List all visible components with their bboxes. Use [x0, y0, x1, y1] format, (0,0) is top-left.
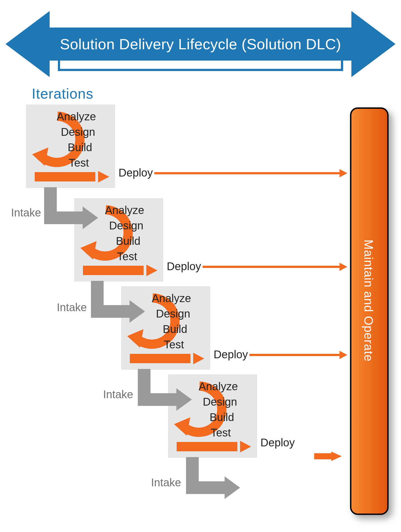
step-design: Design [52, 124, 104, 140]
deploy-arrow-icon [203, 263, 347, 271]
intake-arrow-icon [186, 457, 241, 504]
banner-arrow-left-icon [6, 11, 50, 77]
deploy-label: Deploy [167, 260, 201, 273]
iterations-heading: Iterations [32, 85, 93, 102]
maintain-operate-label: Maintain and Operate [362, 240, 375, 362]
deploy-arrow-icon [314, 452, 342, 460]
banner-arrow-right-icon [351, 11, 395, 77]
test-arrow-icon [35, 171, 109, 183]
step-design: Design [101, 218, 152, 233]
iteration-card: Analyze Design Build Test [26, 105, 115, 188]
banner-title: Solution Delivery Lifecycle (Solution DL… [47, 28, 354, 61]
test-arrow-icon [177, 441, 251, 452]
step-analyze: Analyze [49, 109, 104, 124]
intake-arrow-icon [44, 187, 99, 234]
intake-label: Intake [11, 207, 41, 219]
step-analyze: Analyze [97, 202, 152, 218]
iteration-steps: Analyze Design Build Test [149, 291, 199, 352]
intake-label: Intake [151, 476, 181, 489]
deploy-arrow-icon [249, 351, 347, 359]
deploy-label: Deploy [214, 348, 248, 361]
intake-arrow-icon [91, 281, 146, 328]
step-build: Build [56, 140, 104, 155]
iteration-steps: Analyze Design Build Test [102, 202, 152, 264]
step-analyze: Analyze [191, 379, 246, 394]
step-test: Test [149, 337, 199, 352]
step-design: Design [194, 394, 246, 409]
intake-arrow-icon [138, 369, 193, 416]
banner-tail [58, 61, 343, 71]
iteration-steps: Analyze Design Build Test [54, 109, 104, 170]
step-test: Test [102, 249, 152, 264]
deploy-label: Deploy [260, 436, 295, 449]
test-arrow-icon [130, 353, 204, 364]
step-build: Build [198, 409, 246, 425]
step-build: Build [151, 321, 199, 337]
iteration-steps: Analyze Design Build Test [196, 379, 246, 440]
title-banner: Solution Delivery Lifecycle (Solution DL… [6, 11, 395, 80]
deploy-label: Deploy [119, 167, 153, 179]
step-build: Build [104, 233, 152, 249]
diagram-root: Solution Delivery Lifecycle (Solution DL… [0, 0, 401, 532]
step-analyze: Analyze [144, 291, 199, 306]
step-test: Test [196, 425, 246, 440]
test-arrow-icon [83, 265, 157, 276]
intake-label: Intake [103, 388, 133, 401]
intake-label: Intake [57, 301, 87, 314]
step-test: Test [54, 155, 104, 170]
deploy-arrow-icon [154, 169, 347, 177]
step-design: Design [147, 306, 199, 321]
